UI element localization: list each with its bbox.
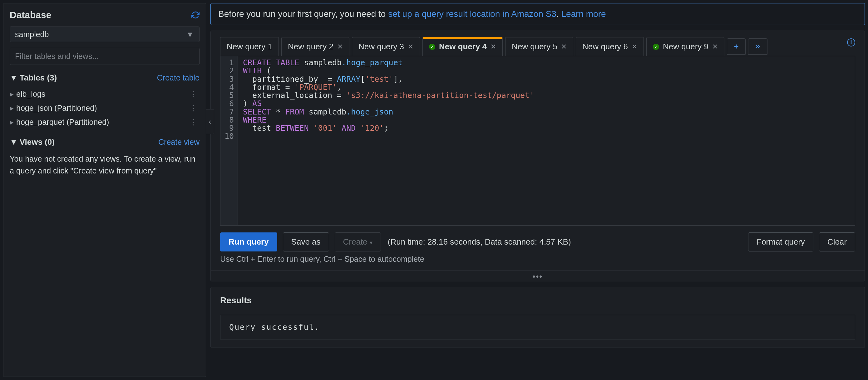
results-panel: Results Query successful. — [211, 287, 865, 348]
chevron-down-icon: ▾ — [370, 240, 372, 246]
status-ok-icon: ✓ — [653, 44, 659, 50]
query-tab[interactable]: New query 6✕ — [576, 37, 644, 56]
clear-button[interactable]: Clear — [819, 233, 855, 251]
status-ok-icon: ✓ — [429, 44, 435, 50]
create-table-link[interactable]: Create table — [157, 73, 199, 82]
create-dropdown-button[interactable]: Create ▾ — [335, 233, 381, 251]
kebab-icon[interactable]: ⋮ — [187, 90, 199, 99]
tab-label: New query 6 — [582, 42, 628, 51]
close-icon[interactable]: ✕ — [632, 43, 637, 51]
query-tab[interactable]: ✓New query 4✕ — [423, 37, 503, 56]
caret-down-icon: ▼ — [10, 137, 18, 147]
save-as-button[interactable]: Save as — [283, 233, 329, 251]
tab-label: New query 9 — [663, 42, 708, 51]
table-name: hoge_parquet (Partitioned) — [16, 117, 109, 127]
code-area[interactable]: CREATE TABLE sampledb.hoge_parquet WITH … — [238, 56, 539, 225]
caret-right-icon: ▶ — [10, 106, 14, 111]
tables-section-label[interactable]: ▼ Tables (3) — [10, 73, 57, 83]
info-icon[interactable]: i — [847, 38, 855, 46]
add-tab-button[interactable] — [727, 38, 746, 55]
filter-input[interactable] — [10, 48, 199, 65]
database-select-wrapper: sampledb ▼ — [10, 27, 199, 42]
caret-right-icon: ▶ — [10, 120, 14, 125]
run-query-button[interactable]: Run query — [220, 233, 277, 251]
tab-label: New query 3 — [359, 42, 404, 51]
sql-editor[interactable]: 12345678910 CREATE TABLE sampledb.hoge_p… — [220, 56, 855, 226]
results-title: Results — [220, 296, 855, 305]
views-empty-hint: You have not created any views. To creat… — [10, 153, 199, 177]
close-icon[interactable]: ✕ — [561, 43, 567, 51]
main: ‹ Before you run your first query, you n… — [211, 3, 865, 377]
action-bar: Run query Save as Create ▾ (Run time: 28… — [211, 226, 865, 254]
query-tab[interactable]: New query 3✕ — [352, 37, 420, 56]
close-icon[interactable]: ✕ — [408, 43, 413, 51]
setup-s3-link[interactable]: set up a query result location in Amazon… — [388, 9, 556, 19]
splitter-handle[interactable]: ••• — [211, 271, 865, 281]
format-query-button[interactable]: Format query — [748, 233, 813, 251]
table-name: elb_logs — [16, 90, 45, 99]
editor-panel: New query 1New query 2✕New query 3✕✓New … — [211, 31, 865, 281]
create-view-link[interactable]: Create view — [158, 138, 199, 147]
kebab-icon[interactable]: ⋮ — [187, 104, 199, 113]
tab-label: New query 5 — [512, 42, 557, 51]
table-item[interactable]: ▶ hoge_json (Partitioned) ⋮ — [10, 101, 199, 115]
tab-label: New query 4 — [439, 42, 487, 51]
editor-hint: Use Ctrl + Enter to run query, Ctrl + Sp… — [211, 254, 865, 271]
tab-label: New query 1 — [227, 42, 272, 51]
tables-list: ▶ elb_logs ⋮ ▶ hoge_json (Partitioned) ⋮… — [10, 87, 199, 129]
views-section-label[interactable]: ▼ Views (0) — [10, 137, 55, 147]
tabs-row: New query 1New query 2✕New query 3✕✓New … — [211, 31, 865, 56]
table-item[interactable]: ▶ elb_logs ⋮ — [10, 87, 199, 101]
query-tab[interactable]: New query 2✕ — [281, 37, 349, 56]
caret-down-icon: ▼ — [10, 73, 18, 83]
table-name: hoge_json (Partitioned) — [16, 104, 97, 113]
close-icon[interactable]: ✕ — [337, 43, 343, 51]
tab-label: New query 2 — [288, 42, 334, 51]
alert-text: Before you run your first query, you nee… — [218, 9, 388, 19]
setup-alert: Before you run your first query, you nee… — [211, 3, 865, 25]
sidebar: Database sampledb ▼ ▼ Tables (3) Create … — [3, 3, 206, 377]
kebab-icon[interactable]: ⋮ — [187, 117, 199, 127]
learn-more-link[interactable]: Learn more — [561, 9, 606, 19]
line-gutter: 12345678910 — [220, 56, 238, 225]
sidebar-title: Database — [10, 10, 51, 20]
query-tab[interactable]: New query 5✕ — [505, 37, 573, 56]
close-icon[interactable]: ✕ — [491, 43, 496, 51]
refresh-icon[interactable] — [191, 11, 199, 19]
query-tab[interactable]: New query 1 — [220, 37, 279, 56]
table-item[interactable]: ▶ hoge_parquet (Partitioned) ⋮ — [10, 115, 199, 129]
database-select[interactable]: sampledb — [10, 27, 199, 42]
query-tab[interactable]: ✓New query 9✕ — [646, 37, 724, 56]
close-icon[interactable]: ✕ — [712, 43, 718, 51]
run-info-text: (Run time: 28.16 seconds, Data scanned: … — [388, 237, 571, 247]
collapse-sidebar-handle[interactable]: ‹ — [206, 109, 214, 134]
tab-overflow-button[interactable] — [748, 38, 768, 55]
results-message: Query successful. — [220, 315, 855, 339]
caret-right-icon: ▶ — [10, 92, 14, 97]
